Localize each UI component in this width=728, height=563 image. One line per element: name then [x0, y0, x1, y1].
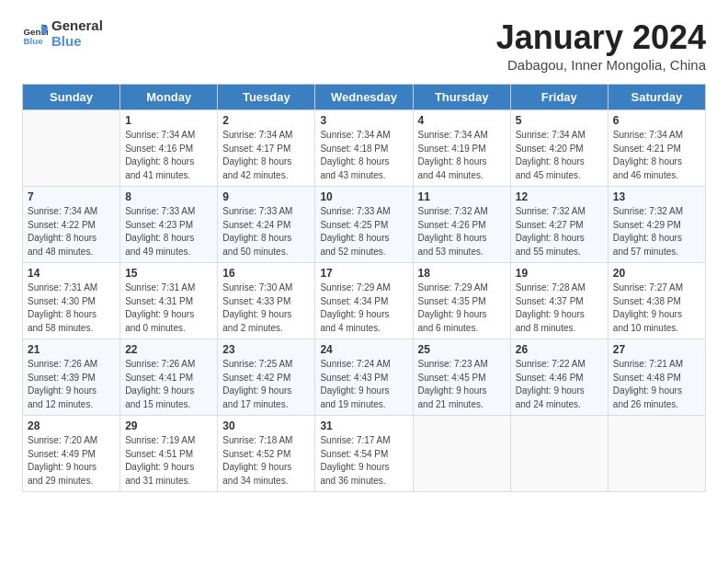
day-number: 22	[125, 343, 212, 356]
calendar-cell: 27Sunrise: 7:21 AM Sunset: 4:48 PM Dayli…	[608, 339, 705, 416]
day-number: 11	[418, 190, 506, 203]
day-info: Sunrise: 7:33 AM Sunset: 4:24 PM Dayligh…	[222, 205, 310, 259]
day-info: Sunrise: 7:34 AM Sunset: 4:21 PM Dayligh…	[613, 129, 700, 182]
weekday-header-thursday: Thursday	[413, 85, 510, 110]
logo-icon: General Blue	[22, 21, 48, 47]
day-number: 17	[320, 267, 407, 280]
day-number: 5	[516, 114, 603, 127]
title-area: January 2024 Dabagou, Inner Mongolia, Ch…	[496, 18, 706, 73]
week-row-3: 14Sunrise: 7:31 AM Sunset: 4:30 PM Dayli…	[23, 263, 706, 339]
weekday-header-friday: Friday	[510, 85, 608, 110]
day-number: 2	[222, 114, 310, 127]
day-number: 4	[418, 114, 506, 127]
day-number: 18	[418, 267, 506, 280]
calendar-cell: 8Sunrise: 7:33 AM Sunset: 4:23 PM Daylig…	[120, 187, 218, 263]
calendar-cell: 20Sunrise: 7:27 AM Sunset: 4:38 PM Dayli…	[608, 263, 705, 339]
logo-text: General Blue	[51, 18, 103, 49]
day-info: Sunrise: 7:32 AM Sunset: 4:29 PM Dayligh…	[613, 205, 700, 259]
day-info: Sunrise: 7:24 AM Sunset: 4:43 PM Dayligh…	[320, 358, 407, 411]
day-number: 30	[222, 419, 310, 432]
calendar-cell	[23, 110, 120, 187]
calendar-cell: 30Sunrise: 7:18 AM Sunset: 4:52 PM Dayli…	[218, 416, 315, 492]
day-info: Sunrise: 7:31 AM Sunset: 4:31 PM Dayligh…	[125, 282, 212, 335]
day-info: Sunrise: 7:29 AM Sunset: 4:35 PM Dayligh…	[418, 282, 506, 335]
calendar-cell: 26Sunrise: 7:22 AM Sunset: 4:46 PM Dayli…	[510, 339, 608, 416]
day-info: Sunrise: 7:20 AM Sunset: 4:49 PM Dayligh…	[28, 434, 115, 488]
day-info: Sunrise: 7:26 AM Sunset: 4:41 PM Dayligh…	[125, 358, 212, 411]
calendar-cell	[413, 416, 510, 492]
day-info: Sunrise: 7:34 AM Sunset: 4:16 PM Dayligh…	[125, 129, 212, 182]
day-info: Sunrise: 7:17 AM Sunset: 4:54 PM Dayligh…	[320, 434, 407, 488]
weekday-header-tuesday: Tuesday	[218, 85, 315, 110]
day-number: 19	[516, 267, 603, 280]
weekday-header-row: SundayMondayTuesdayWednesdayThursdayFrid…	[23, 85, 706, 110]
calendar-cell: 13Sunrise: 7:32 AM Sunset: 4:29 PM Dayli…	[608, 187, 705, 263]
calendar-cell: 25Sunrise: 7:23 AM Sunset: 4:45 PM Dayli…	[413, 339, 510, 416]
day-number: 8	[125, 190, 212, 203]
day-info: Sunrise: 7:28 AM Sunset: 4:37 PM Dayligh…	[516, 282, 603, 335]
day-number: 10	[320, 190, 407, 203]
weekday-header-wednesday: Wednesday	[315, 85, 413, 110]
day-number: 14	[28, 267, 115, 280]
logo: General Blue General Blue	[22, 18, 103, 49]
day-info: Sunrise: 7:34 AM Sunset: 4:18 PM Dayligh…	[320, 129, 407, 182]
calendar-cell: 28Sunrise: 7:20 AM Sunset: 4:49 PM Dayli…	[23, 416, 120, 492]
week-row-1: 1Sunrise: 7:34 AM Sunset: 4:16 PM Daylig…	[23, 110, 706, 187]
day-number: 31	[320, 419, 407, 432]
svg-text:Blue: Blue	[23, 36, 43, 46]
day-info: Sunrise: 7:26 AM Sunset: 4:39 PM Dayligh…	[28, 358, 115, 411]
day-number: 15	[125, 267, 212, 280]
day-number: 20	[613, 267, 700, 280]
day-info: Sunrise: 7:25 AM Sunset: 4:42 PM Dayligh…	[222, 358, 310, 411]
week-row-4: 21Sunrise: 7:26 AM Sunset: 4:39 PM Dayli…	[23, 339, 706, 416]
calendar-cell: 3Sunrise: 7:34 AM Sunset: 4:18 PM Daylig…	[315, 110, 413, 187]
location: Dabagou, Inner Mongolia, China	[496, 57, 706, 73]
calendar-cell: 6Sunrise: 7:34 AM Sunset: 4:21 PM Daylig…	[608, 110, 705, 187]
day-info: Sunrise: 7:34 AM Sunset: 4:17 PM Dayligh…	[222, 129, 310, 182]
calendar-cell: 24Sunrise: 7:24 AM Sunset: 4:43 PM Dayli…	[315, 339, 413, 416]
calendar-cell: 1Sunrise: 7:34 AM Sunset: 4:16 PM Daylig…	[120, 110, 218, 187]
weekday-header-monday: Monday	[120, 85, 218, 110]
day-info: Sunrise: 7:34 AM Sunset: 4:20 PM Dayligh…	[516, 129, 603, 182]
day-info: Sunrise: 7:18 AM Sunset: 4:52 PM Dayligh…	[222, 434, 310, 488]
day-number: 26	[516, 343, 603, 356]
calendar-cell: 18Sunrise: 7:29 AM Sunset: 4:35 PM Dayli…	[413, 263, 510, 339]
calendar-table: SundayMondayTuesdayWednesdayThursdayFrid…	[22, 84, 706, 492]
calendar-cell: 10Sunrise: 7:33 AM Sunset: 4:25 PM Dayli…	[315, 187, 413, 263]
day-number: 13	[613, 190, 700, 203]
weekday-header-sunday: Sunday	[23, 85, 120, 110]
day-info: Sunrise: 7:31 AM Sunset: 4:30 PM Dayligh…	[28, 282, 115, 335]
calendar-cell: 5Sunrise: 7:34 AM Sunset: 4:20 PM Daylig…	[510, 110, 608, 187]
calendar-cell: 12Sunrise: 7:32 AM Sunset: 4:27 PM Dayli…	[510, 187, 608, 263]
weekday-header-saturday: Saturday	[608, 85, 705, 110]
day-info: Sunrise: 7:33 AM Sunset: 4:25 PM Dayligh…	[320, 205, 407, 259]
calendar-cell: 22Sunrise: 7:26 AM Sunset: 4:41 PM Dayli…	[120, 339, 218, 416]
calendar-cell: 9Sunrise: 7:33 AM Sunset: 4:24 PM Daylig…	[218, 187, 315, 263]
calendar-cell: 16Sunrise: 7:30 AM Sunset: 4:33 PM Dayli…	[218, 263, 315, 339]
day-info: Sunrise: 7:34 AM Sunset: 4:19 PM Dayligh…	[418, 129, 506, 182]
calendar-cell: 19Sunrise: 7:28 AM Sunset: 4:37 PM Dayli…	[510, 263, 608, 339]
week-row-2: 7Sunrise: 7:34 AM Sunset: 4:22 PM Daylig…	[23, 187, 706, 263]
day-info: Sunrise: 7:19 AM Sunset: 4:51 PM Dayligh…	[125, 434, 212, 488]
day-number: 21	[28, 343, 115, 356]
calendar-cell: 7Sunrise: 7:34 AM Sunset: 4:22 PM Daylig…	[23, 187, 120, 263]
calendar-cell	[510, 416, 608, 492]
day-info: Sunrise: 7:29 AM Sunset: 4:34 PM Dayligh…	[320, 282, 407, 335]
day-info: Sunrise: 7:32 AM Sunset: 4:26 PM Dayligh…	[418, 205, 506, 259]
day-info: Sunrise: 7:34 AM Sunset: 4:22 PM Dayligh…	[28, 205, 115, 259]
day-number: 25	[418, 343, 506, 356]
day-number: 3	[320, 114, 407, 127]
calendar-cell: 11Sunrise: 7:32 AM Sunset: 4:26 PM Dayli…	[413, 187, 510, 263]
day-number: 12	[516, 190, 603, 203]
day-info: Sunrise: 7:27 AM Sunset: 4:38 PM Dayligh…	[613, 282, 700, 335]
calendar-cell: 15Sunrise: 7:31 AM Sunset: 4:31 PM Dayli…	[120, 263, 218, 339]
day-info: Sunrise: 7:30 AM Sunset: 4:33 PM Dayligh…	[222, 282, 310, 335]
day-number: 6	[613, 114, 700, 127]
calendar-cell: 21Sunrise: 7:26 AM Sunset: 4:39 PM Dayli…	[23, 339, 120, 416]
calendar-cell: 31Sunrise: 7:17 AM Sunset: 4:54 PM Dayli…	[315, 416, 413, 492]
calendar-cell	[608, 416, 705, 492]
day-number: 1	[125, 114, 212, 127]
day-number: 23	[222, 343, 310, 356]
day-number: 7	[28, 190, 115, 203]
day-number: 16	[222, 267, 310, 280]
